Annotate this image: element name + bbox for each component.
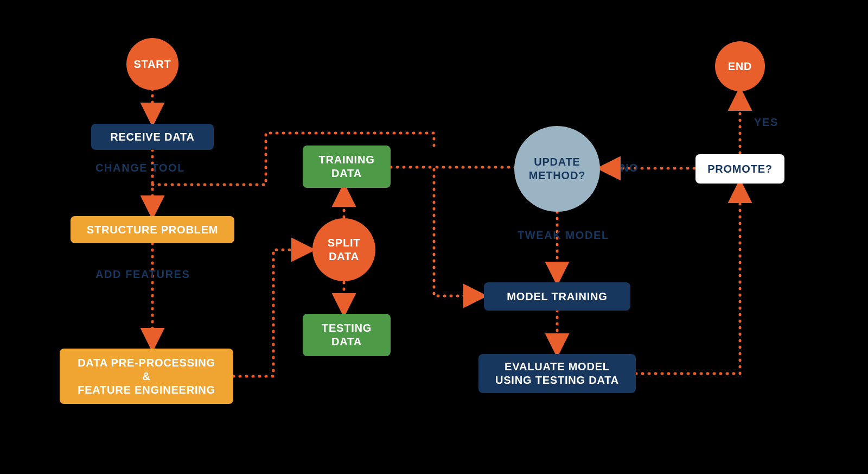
receive-data-node: RECEIVE DATA (91, 124, 214, 150)
split-data-node: SPLIT DATA (312, 218, 375, 281)
testing-data-node: TESTING DATA (303, 314, 391, 356)
structure-problem-node: STRUCTURE PROBLEM (71, 216, 234, 243)
no-label: NO (621, 162, 639, 174)
evaluate-node: EVALUATE MODEL USING TESTING DATA (478, 354, 636, 393)
end-node: END (715, 41, 765, 91)
change-tool-label: CHANGE TOOL (95, 162, 185, 174)
preprocessing-node: DATA PRE-PROCESSING & FEATURE ENGINEERIN… (60, 349, 233, 404)
flowchart: START RECEIVE DATA STRUCTURE PROBLEM DAT… (0, 0, 868, 474)
start-node: START (126, 38, 178, 90)
tweak-model-label: TWEAK MODEL (518, 229, 609, 242)
add-features-label: ADD FEATURES (95, 268, 190, 281)
yes-label: YES (754, 116, 778, 129)
model-training-node: MODEL TRAINING (484, 282, 630, 311)
update-method-node: UPDATE METHOD? (514, 126, 600, 212)
training-data-node: TRAINING DATA (303, 146, 391, 188)
promote-node: PROMOTE? (695, 154, 784, 184)
